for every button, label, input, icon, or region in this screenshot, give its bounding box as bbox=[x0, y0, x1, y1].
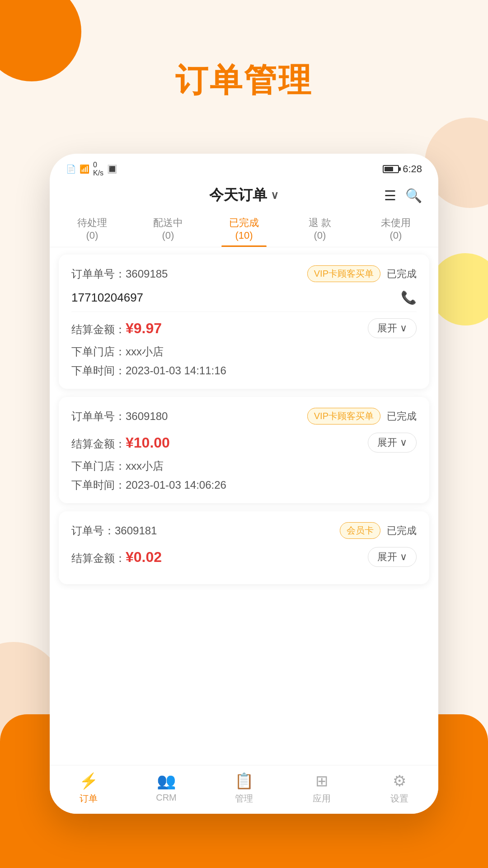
manage-label: 管理 bbox=[235, 793, 253, 805]
bottom-nav: ⚡ 订单 👥 CRM 📋 管理 ⊞ 应用 ⚙ 设置 bbox=[50, 765, 438, 814]
order-2-status: 已完成 bbox=[387, 410, 417, 423]
crm-label: CRM bbox=[156, 793, 177, 803]
tab-unused-label: 未使用 bbox=[360, 216, 432, 230]
menu-icon[interactable]: ☰ bbox=[384, 188, 396, 203]
order-1-time: 下单时间：2023-01-03 14:11:16 bbox=[71, 363, 417, 378]
tab-delivering-count: (0) bbox=[132, 230, 204, 241]
bottom-nav-orders[interactable]: ⚡ 订单 bbox=[50, 772, 127, 805]
orders-label: 订单 bbox=[80, 793, 98, 805]
order-1-status: 已完成 bbox=[387, 267, 417, 281]
order-3-header: 订单号：3609181 会员卡 已完成 bbox=[71, 522, 417, 539]
status-bar-left: 📄 📶 0K/s 🔳 bbox=[66, 161, 117, 177]
order-card-3: 订单号：3609181 会员卡 已完成 结算金额：¥0.02 展开 ∨ bbox=[59, 511, 429, 584]
order-1-vip-tag: VIP卡顾客买单 bbox=[307, 265, 380, 282]
search-icon[interactable]: 🔍 bbox=[405, 188, 422, 203]
order-1-tags: VIP卡顾客买单 已完成 bbox=[307, 265, 417, 282]
order-3-number: 订单号：3609181 bbox=[71, 524, 157, 538]
expand-label-3: 展开 bbox=[377, 550, 397, 564]
order-1-expand-btn[interactable]: 展开 ∨ bbox=[368, 318, 417, 338]
order-1-phone-row: 17710204697 📞 bbox=[71, 290, 417, 312]
tab-unused-count: (0) bbox=[360, 230, 432, 241]
apps-icon: ⊞ bbox=[315, 772, 328, 790]
phone-call-icon[interactable]: 📞 bbox=[401, 290, 417, 305]
tab-completed-count: (10) bbox=[208, 230, 280, 241]
order-2-amount-label: 结算金额：¥10.00 bbox=[71, 434, 170, 451]
expand-label-2: 展开 bbox=[377, 436, 397, 449]
order-1-phone: 17710204697 bbox=[71, 291, 143, 305]
order-card-1: 订单单号：3609185 VIP卡顾客买单 已完成 17710204697 📞 … bbox=[59, 255, 429, 389]
top-nav: 今天订单 ∨ ☰ 🔍 bbox=[50, 181, 438, 210]
tab-pending-count: (0) bbox=[56, 230, 128, 241]
expand-chevron-icon: ∨ bbox=[400, 322, 407, 334]
order-3-amount-value: ¥0.02 bbox=[126, 549, 162, 565]
nfc-icon: 🔳 bbox=[107, 164, 117, 174]
tab-delivering-label: 配送中 bbox=[132, 216, 204, 230]
order-1-amount-row: 结算金额：¥9.97 展开 ∨ bbox=[71, 318, 417, 338]
order-2-time: 下单时间：2023-01-03 14:06:26 bbox=[71, 478, 417, 492]
sim-icon: 📄 bbox=[66, 164, 76, 174]
order-2-tags: VIP卡顾客买单 已完成 bbox=[307, 408, 417, 425]
order-card-2: 订单单号：3609180 VIP卡顾客买单 已完成 结算金额：¥10.00 展开… bbox=[59, 397, 429, 503]
order-3-tags: 会员卡 已完成 bbox=[340, 522, 417, 539]
tab-refund-count: (0) bbox=[284, 230, 356, 241]
tab-pending[interactable]: 待处理 (0) bbox=[54, 210, 130, 247]
wifi-icon: 📶 bbox=[80, 164, 89, 174]
status-bar-right: 6:28 bbox=[383, 163, 422, 175]
bottom-nav-manage[interactable]: 📋 管理 bbox=[205, 772, 283, 805]
order-3-status: 已完成 bbox=[387, 524, 417, 538]
order-1-amount-value: ¥9.97 bbox=[126, 320, 162, 336]
tab-pending-label: 待处理 bbox=[56, 216, 128, 230]
bottom-nav-settings[interactable]: ⚙ 设置 bbox=[361, 772, 438, 805]
tab-refund-label: 退 款 bbox=[284, 216, 356, 230]
speed-indicator: 0K/s bbox=[93, 161, 103, 177]
tabs-bar: 待处理 (0) 配送中 (0) 已完成 (10) 退 款 (0) 未使用 (0) bbox=[50, 210, 438, 247]
order-3-expand-btn[interactable]: 展开 ∨ bbox=[368, 547, 417, 567]
order-2-number: 订单单号：3609180 bbox=[71, 409, 168, 424]
expand-label: 展开 bbox=[377, 321, 397, 335]
tab-completed[interactable]: 已完成 (10) bbox=[206, 210, 282, 247]
expand-chevron-icon-2: ∨ bbox=[400, 437, 407, 448]
page-title: 订单管理 bbox=[0, 59, 488, 102]
orders-list: 订单单号：3609185 VIP卡顾客买单 已完成 17710204697 📞 … bbox=[50, 247, 438, 765]
tab-completed-label: 已完成 bbox=[208, 216, 280, 230]
settings-icon: ⚙ bbox=[393, 772, 406, 790]
order-2-header: 订单单号：3609180 VIP卡顾客买单 已完成 bbox=[71, 408, 417, 425]
title-dropdown-icon[interactable]: ∨ bbox=[271, 189, 279, 202]
phone-mockup: 📄 📶 0K/s 🔳 6:28 今天订单 ∨ ☰ 🔍 待处理 (0) 配送 bbox=[50, 154, 438, 814]
battery-icon bbox=[383, 165, 399, 173]
order-2-vip-tag: VIP卡顾客买单 bbox=[307, 408, 380, 425]
apps-label: 应用 bbox=[313, 793, 331, 805]
manage-icon: 📋 bbox=[235, 772, 253, 790]
top-nav-title[interactable]: 今天订单 ∨ bbox=[209, 185, 279, 205]
status-time: 6:28 bbox=[403, 163, 422, 175]
order-1-header: 订单单号：3609185 VIP卡顾客买单 已完成 bbox=[71, 265, 417, 282]
order-2-amount-row: 结算金额：¥10.00 展开 ∨ bbox=[71, 433, 417, 453]
order-1-amount-label: 结算金额：¥9.97 bbox=[71, 320, 162, 337]
order-3-amount-row: 结算金额：¥0.02 展开 ∨ bbox=[71, 547, 417, 567]
order-2-expand-btn[interactable]: 展开 ∨ bbox=[368, 433, 417, 453]
tab-unused[interactable]: 未使用 (0) bbox=[358, 210, 434, 247]
expand-chevron-icon-3: ∨ bbox=[400, 551, 407, 563]
today-orders-label: 今天订单 bbox=[209, 185, 267, 205]
order-2-amount-value: ¥10.00 bbox=[126, 434, 170, 451]
bottom-nav-crm[interactable]: 👥 CRM bbox=[127, 772, 205, 805]
order-1-number: 订单单号：3609185 bbox=[71, 267, 168, 281]
orders-icon: ⚡ bbox=[79, 772, 98, 790]
bottom-nav-apps[interactable]: ⊞ 应用 bbox=[283, 772, 361, 805]
status-bar: 📄 📶 0K/s 🔳 6:28 bbox=[50, 154, 438, 181]
order-2-store: 下单门店：xxx小店 bbox=[71, 459, 417, 473]
crm-icon: 👥 bbox=[157, 772, 176, 790]
top-nav-actions: ☰ 🔍 bbox=[384, 188, 422, 203]
order-1-store: 下单门店：xxx小店 bbox=[71, 344, 417, 359]
settings-label: 设置 bbox=[390, 793, 408, 805]
tab-refund[interactable]: 退 款 (0) bbox=[282, 210, 358, 247]
order-3-amount-label: 结算金额：¥0.02 bbox=[71, 549, 162, 566]
order-3-member-tag: 会员卡 bbox=[340, 522, 380, 539]
tab-delivering[interactable]: 配送中 (0) bbox=[130, 210, 206, 247]
